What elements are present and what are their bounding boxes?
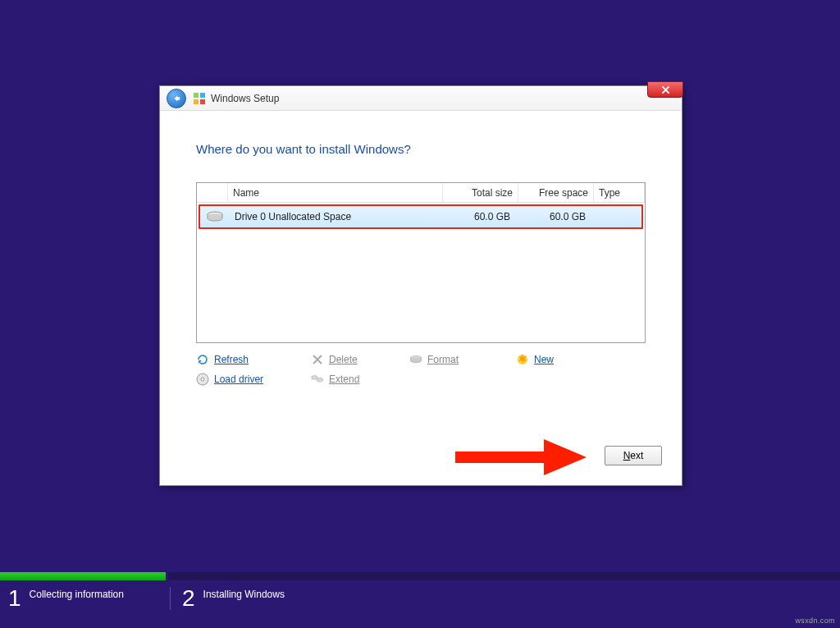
step-1: 1 Collecting information	[0, 587, 171, 610]
footer: 1 Collecting information 2 Installing Wi…	[0, 572, 840, 628]
drive-total: 60.0 GB	[440, 211, 515, 222]
extend-action: Extend	[311, 373, 409, 386]
svg-point-8	[201, 378, 204, 381]
step-2-label: Installing Windows	[203, 587, 285, 600]
svg-rect-3	[200, 99, 205, 104]
drive-row-selected[interactable]: Drive 0 Unallocated Space 60.0 GB 60.0 G…	[199, 204, 643, 229]
next-button[interactable]: Next	[605, 446, 662, 465]
col-type[interactable]: Type	[594, 183, 645, 202]
load-driver-action[interactable]: Load driver	[196, 373, 311, 386]
close-button[interactable]	[647, 81, 683, 98]
svg-point-10	[317, 378, 322, 382]
svg-rect-2	[194, 99, 199, 104]
col-free[interactable]: Free space	[518, 183, 594, 202]
watermark: wsxdn.com	[795, 617, 835, 625]
back-arrow-icon	[171, 93, 182, 104]
col-name[interactable]: Name	[228, 183, 443, 202]
drive-list: Name Total size Free space Type Drive 0 …	[196, 182, 646, 343]
window-title: Windows Setup	[211, 93, 279, 104]
windows-setup-icon	[193, 92, 206, 105]
format-action: Format	[409, 353, 516, 366]
drive-actions: RRefreshefresh Delete Format New Load dr…	[196, 353, 646, 386]
page-heading: Where do you want to install Windows?	[196, 142, 646, 156]
format-icon	[409, 353, 422, 366]
refresh-icon	[196, 353, 209, 366]
back-button[interactable]	[167, 89, 186, 108]
step-1-label: Collecting information	[30, 587, 124, 600]
delete-icon	[311, 353, 324, 366]
step-indicator: 1 Collecting information 2 Installing Wi…	[0, 580, 840, 628]
step-2-number: 2	[182, 587, 195, 610]
drive-free: 60.0 GB	[515, 211, 591, 222]
svg-rect-1	[200, 93, 205, 98]
refresh-action[interactable]: RRefreshefresh	[196, 353, 311, 366]
windows-setup-dialog: Windows Setup Where do you want to insta…	[159, 85, 682, 486]
cd-icon	[196, 373, 209, 386]
drive-list-header: Name Total size Free space Type	[197, 183, 645, 203]
step-2: 2 Installing Windows	[171, 587, 285, 610]
new-icon	[516, 353, 529, 366]
dialog-content: Where do you want to install Windows? Na…	[160, 111, 682, 386]
titlebar: Windows Setup	[160, 86, 682, 111]
svg-rect-0	[194, 93, 199, 98]
svg-point-9	[312, 376, 317, 379]
extend-icon	[311, 373, 324, 386]
col-total[interactable]: Total size	[443, 183, 518, 202]
disk-icon	[200, 210, 230, 223]
delete-action: Delete	[311, 353, 409, 366]
step-1-number: 1	[8, 587, 21, 610]
new-action[interactable]: New	[516, 353, 614, 366]
progress-segment-1	[0, 572, 168, 580]
progress-bar	[0, 572, 840, 580]
close-icon	[660, 85, 671, 95]
col-icon-spacer	[197, 183, 228, 202]
drive-name: Drive 0 Unallocated Space	[230, 211, 440, 222]
